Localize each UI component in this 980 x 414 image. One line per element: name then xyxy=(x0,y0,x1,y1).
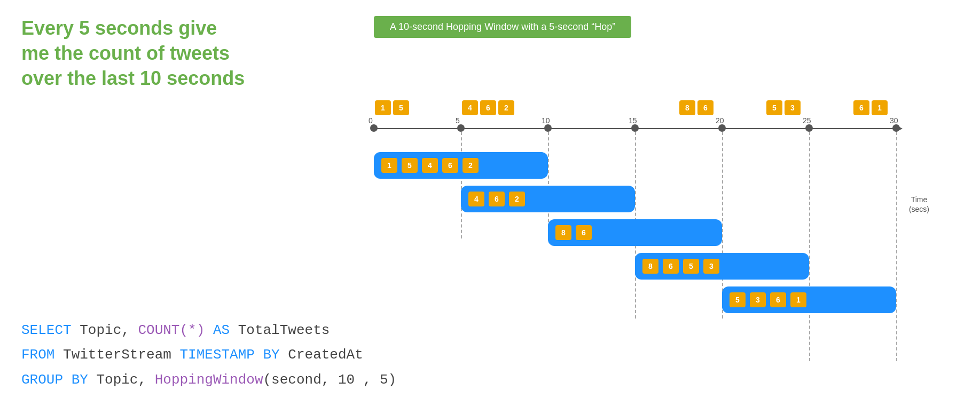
badge: 3 xyxy=(703,259,719,274)
badge: 2 xyxy=(498,100,514,115)
tick-label-25: 25 xyxy=(803,116,811,125)
timeline-area: 1 5 4 6 2 8 6 5 3 6 1 Time(secs) xyxy=(347,69,951,336)
tick-15 xyxy=(631,124,639,132)
badge: 4 xyxy=(462,100,478,115)
sql-kw-group: GROUP xyxy=(21,372,63,388)
badge: 1 xyxy=(790,292,806,307)
badge-group-1: 1 5 xyxy=(374,100,410,115)
window-bar-5: 5 3 6 1 xyxy=(722,286,896,313)
sql-text xyxy=(255,347,263,363)
window-bar-3: 8 6 xyxy=(548,219,722,246)
badge: 6 xyxy=(480,100,496,115)
main-container: Every 5 seconds give me the count of twe… xyxy=(0,0,980,414)
time-label: Time(secs) xyxy=(909,195,929,214)
badge: 8 xyxy=(555,225,571,240)
sql-text xyxy=(205,322,213,338)
sql-text: TotalTweets xyxy=(230,322,330,338)
tick-20 xyxy=(718,124,726,132)
tick-label-30: 30 xyxy=(890,116,898,125)
sql-line-1: SELECT Topic, COUNT(*) AS TotalTweets xyxy=(21,318,396,343)
tick-label-5: 5 xyxy=(456,116,460,125)
sql-text: CreatedAt xyxy=(280,347,363,363)
badge: 6 xyxy=(697,100,714,115)
badge: 1 xyxy=(381,158,397,173)
badge: 6 xyxy=(770,292,786,307)
tick-label-15: 15 xyxy=(629,116,637,125)
badge-group-3: 8 6 xyxy=(678,100,715,115)
dashed-5 xyxy=(461,132,462,238)
badge: 5 xyxy=(683,259,699,274)
badge: 4 xyxy=(422,158,438,173)
sql-text xyxy=(63,372,72,388)
sql-kw-as: AS xyxy=(213,322,230,338)
sql-kw-hopping: HoppingWindow xyxy=(155,372,263,388)
badge: 8 xyxy=(679,100,695,115)
badge: 8 xyxy=(642,259,658,274)
badge: 5 xyxy=(393,100,409,115)
badge: 5 xyxy=(766,100,782,115)
badge: 2 xyxy=(509,192,525,206)
window-bar-2: 4 6 2 xyxy=(461,186,635,212)
sql-kw-from: FROM xyxy=(21,347,54,363)
sql-kw-select: SELECT xyxy=(21,322,72,338)
sql-kw-by2: BY xyxy=(72,372,88,388)
sql-text: (second, 10 , 5) xyxy=(263,372,397,388)
sql-line-3: GROUP BY Topic, HoppingWindow(second, 10… xyxy=(21,368,396,393)
sql-text: Topic, xyxy=(88,372,155,388)
badge-group-2: 4 6 2 xyxy=(461,100,515,115)
badge: 6 xyxy=(442,158,458,173)
tick-5 xyxy=(457,124,465,132)
badge: 1 xyxy=(375,100,391,115)
dashed-30 xyxy=(896,132,897,361)
sql-kw-count: COUNT(*) xyxy=(138,322,205,338)
title-banner: A 10-second Hopping Window with a 5-seco… xyxy=(374,16,631,38)
sql-kw-timestamp: TIMESTAMP xyxy=(179,347,254,363)
badge: 6 xyxy=(489,192,505,206)
sql-text: Topic, xyxy=(72,322,138,338)
tick-label-20: 20 xyxy=(716,116,724,125)
badge-group-4: 5 3 xyxy=(765,100,802,115)
query-description: Every 5 seconds give me the count of twe… xyxy=(21,16,246,91)
tick-label-0: 0 xyxy=(369,116,373,125)
badge: 5 xyxy=(402,158,418,173)
sql-kw-by: BY xyxy=(263,347,280,363)
badge-group-5: 6 1 xyxy=(852,100,889,115)
badge: 6 xyxy=(663,259,679,274)
sql-line-2: FROM TwitterStream TIMESTAMP BY CreatedA… xyxy=(21,343,396,368)
badge: 3 xyxy=(785,100,801,115)
window-bar-1: 1 5 4 6 2 xyxy=(374,152,548,179)
sql-text: TwitterStream xyxy=(54,347,179,363)
tick-0 xyxy=(370,124,378,132)
sql-block: SELECT Topic, COUNT(*) AS TotalTweets FR… xyxy=(21,318,396,393)
window-bar-4: 8 6 5 3 xyxy=(635,253,809,280)
tick-25 xyxy=(805,124,813,132)
badge: 6 xyxy=(576,225,592,240)
badge: 4 xyxy=(468,192,484,206)
badge: 5 xyxy=(730,292,746,307)
badge: 3 xyxy=(750,292,766,307)
badge: 6 xyxy=(853,100,869,115)
badge: 1 xyxy=(872,100,888,115)
badge: 2 xyxy=(462,158,479,173)
tick-30 xyxy=(892,124,900,132)
dashed-25 xyxy=(809,132,810,361)
tick-label-10: 10 xyxy=(542,116,550,125)
tick-10 xyxy=(544,124,552,132)
